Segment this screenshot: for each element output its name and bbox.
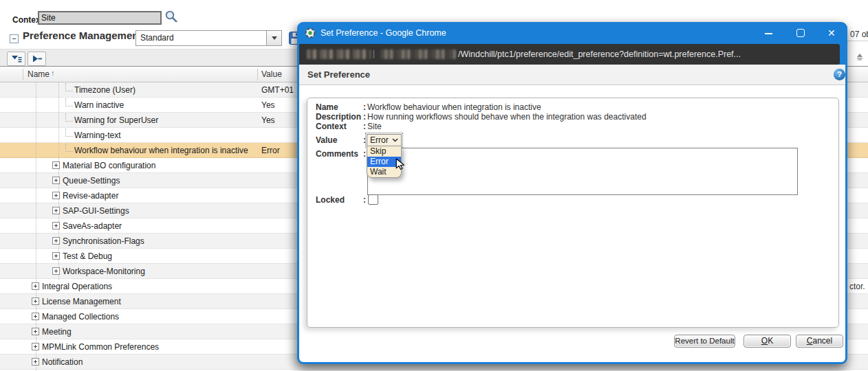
name-label: Name <box>316 102 338 112</box>
row-name: Warning for SuperUser <box>74 115 158 125</box>
screen: Context Preference Management Standard <box>0 0 868 371</box>
expand-plus-icon[interactable] <box>52 161 60 169</box>
row-name: Material BO configuration <box>63 161 155 170</box>
minimize-button[interactable] <box>765 33 772 34</box>
row-name: Queue-Settings <box>63 176 120 186</box>
row-value: GMT+01 <box>261 85 294 95</box>
expand-plus-icon[interactable] <box>52 237 60 245</box>
description-label: Description <box>316 112 361 122</box>
row-name: SaveAs-adapter <box>63 221 122 231</box>
cancel-button[interactable]: Cancel <box>796 335 843 348</box>
filter-view-button[interactable] <box>7 52 25 66</box>
value-label: Value <box>316 135 337 145</box>
row-name: Notification <box>42 357 83 367</box>
locked-label: Locked <box>316 195 345 205</box>
row-name: Managed Collections <box>42 312 119 322</box>
row-name: Warn inactive <box>74 100 124 110</box>
row-value: Yes <box>261 115 275 125</box>
row-name: MPMLink Common Preferences <box>42 342 159 352</box>
row-name: Synchronisation-Flags <box>63 236 144 246</box>
filter-list-icon <box>11 54 22 63</box>
tree-connector <box>65 98 73 106</box>
dialog-header: Set Preference <box>299 65 845 85</box>
expand-plus-icon[interactable] <box>52 222 60 229</box>
tree-connector <box>65 113 73 122</box>
redacted-url-segment <box>307 49 371 59</box>
row-name: Revise-adapter <box>63 191 118 201</box>
url-separator: | <box>373 49 375 58</box>
tree-connector <box>65 144 73 152</box>
row-name: Integral Operations <box>42 282 112 291</box>
close-button[interactable]: ✕ <box>827 27 836 39</box>
collapse-section-icon[interactable] <box>10 34 19 43</box>
window-title: Set Preference - Google Chrome <box>321 28 446 38</box>
context-input[interactable] <box>38 11 162 25</box>
locked-checkbox[interactable] <box>368 194 378 205</box>
context-field-label: Context <box>316 122 347 131</box>
expand-plus-icon[interactable] <box>32 343 39 350</box>
expand-plus-icon[interactable] <box>52 177 60 184</box>
row-name: Workflow behaviour when integration is i… <box>74 146 248 155</box>
value-text-fragment: ctor. <box>849 282 865 291</box>
description-value: How running workflows should behave when… <box>367 112 647 122</box>
sort-ascending-icon[interactable]: ↑ <box>51 69 55 77</box>
row-name: Meeting <box>42 327 72 337</box>
row-name: Test & Debug <box>63 251 112 261</box>
maximize-button[interactable] <box>796 29 805 37</box>
redacted-url-segment <box>380 49 456 59</box>
view-dropdown-value: Standard <box>136 31 266 45</box>
context-field-value: Site <box>367 122 382 131</box>
name-value: Workflow behaviour when integration is i… <box>367 102 541 112</box>
collapse-all-button[interactable] <box>28 52 46 66</box>
expand-plus-icon[interactable] <box>52 207 60 214</box>
value-select-current: Error <box>370 135 389 145</box>
row-name: Workspace-Monitoring <box>63 267 145 276</box>
chevron-down-icon[interactable] <box>266 31 281 45</box>
chevron-down-icon <box>392 138 398 142</box>
windchill-favicon-icon <box>305 27 316 38</box>
dropdown-option-skip[interactable]: Skip <box>367 146 401 157</box>
column-header-value[interactable]: Value <box>261 69 282 79</box>
row-name: Timezone (User) <box>74 85 135 95</box>
collapse-tree-icon <box>32 54 43 63</box>
view-dropdown[interactable]: Standard <box>135 30 282 46</box>
search-icon[interactable] <box>164 10 178 23</box>
dialog-title: Set Preference <box>307 69 370 80</box>
expand-plus-icon[interactable] <box>52 267 60 275</box>
expand-plus-icon[interactable] <box>52 252 60 260</box>
sorted-column-icon[interactable] <box>855 52 865 62</box>
value-select[interactable]: Error <box>367 134 402 146</box>
set-preference-window: Set Preference - Google Chrome ✕ | /Wind… <box>297 22 847 364</box>
preference-form: Name : Workflow behaviour when integrati… <box>307 98 839 328</box>
column-header-name[interactable]: Name <box>28 69 50 79</box>
window-titlebar[interactable]: Set Preference - Google Chrome ✕ <box>297 22 847 44</box>
dialog-content: Set Preference ? Name : Workflow behavio… <box>299 65 845 362</box>
page-title: Preference Management <box>23 30 142 41</box>
address-bar[interactable]: | /Windchill/ptc1/preference/edit_prefer… <box>299 44 840 65</box>
mouse-cursor-icon <box>394 158 406 170</box>
row-name: Warning-text <box>74 131 121 140</box>
expand-plus-icon[interactable] <box>52 192 60 199</box>
object-count-fragment: 07 ob <box>850 30 868 39</box>
expand-plus-icon[interactable] <box>32 328 39 335</box>
comments-label: Comments <box>316 149 358 159</box>
expand-plus-icon[interactable] <box>32 282 39 290</box>
row-name: License Management <box>42 297 121 306</box>
help-icon[interactable]: ? <box>834 69 845 80</box>
expand-plus-icon[interactable] <box>32 297 39 305</box>
url-text: /Windchill/ptc1/preference/edit_preferen… <box>458 49 741 59</box>
row-value: Error <box>261 146 280 155</box>
tree-connector <box>65 83 73 91</box>
expand-plus-icon[interactable] <box>32 358 39 366</box>
expand-plus-icon[interactable] <box>32 313 39 320</box>
row-value: Yes <box>261 100 275 110</box>
divider <box>847 41 868 41</box>
row-name: SAP-GUI-Settings <box>63 206 129 216</box>
ok-button[interactable]: OK <box>744 335 791 348</box>
revert-to-default-button[interactable]: Revert to Default <box>674 335 735 348</box>
comments-textarea[interactable] <box>367 148 798 195</box>
tree-connector <box>65 128 73 137</box>
